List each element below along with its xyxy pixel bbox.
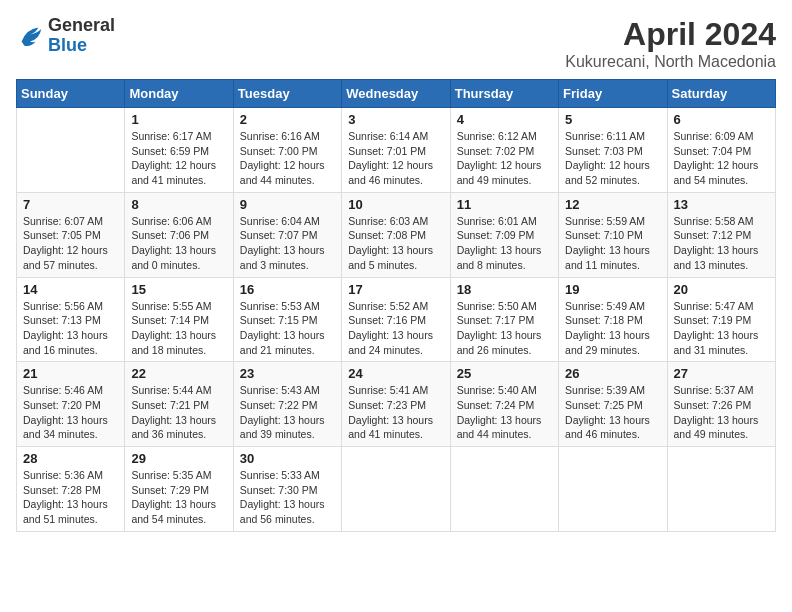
calendar-week-row: 14Sunrise: 5:56 AMSunset: 7:13 PMDayligh… bbox=[17, 277, 776, 362]
calendar-week-row: 1Sunrise: 6:17 AMSunset: 6:59 PMDaylight… bbox=[17, 108, 776, 193]
calendar-cell bbox=[342, 447, 450, 532]
calendar-cell: 26Sunrise: 5:39 AMSunset: 7:25 PMDayligh… bbox=[559, 362, 667, 447]
day-info: Sunrise: 6:03 AMSunset: 7:08 PMDaylight:… bbox=[348, 214, 443, 273]
day-info: Sunrise: 6:16 AMSunset: 7:00 PMDaylight:… bbox=[240, 129, 335, 188]
day-number: 18 bbox=[457, 282, 552, 297]
calendar-cell: 29Sunrise: 5:35 AMSunset: 7:29 PMDayligh… bbox=[125, 447, 233, 532]
day-info: Sunrise: 5:39 AMSunset: 7:25 PMDaylight:… bbox=[565, 383, 660, 442]
calendar-cell: 16Sunrise: 5:53 AMSunset: 7:15 PMDayligh… bbox=[233, 277, 341, 362]
day-number: 10 bbox=[348, 197, 443, 212]
day-info: Sunrise: 6:12 AMSunset: 7:02 PMDaylight:… bbox=[457, 129, 552, 188]
day-info: Sunrise: 5:46 AMSunset: 7:20 PMDaylight:… bbox=[23, 383, 118, 442]
calendar-cell: 12Sunrise: 5:59 AMSunset: 7:10 PMDayligh… bbox=[559, 192, 667, 277]
calendar-cell: 7Sunrise: 6:07 AMSunset: 7:05 PMDaylight… bbox=[17, 192, 125, 277]
calendar-cell: 13Sunrise: 5:58 AMSunset: 7:12 PMDayligh… bbox=[667, 192, 775, 277]
calendar-cell: 10Sunrise: 6:03 AMSunset: 7:08 PMDayligh… bbox=[342, 192, 450, 277]
calendar-cell: 14Sunrise: 5:56 AMSunset: 7:13 PMDayligh… bbox=[17, 277, 125, 362]
logo-text: General Blue bbox=[48, 16, 115, 56]
location: Kukurecani, North Macedonia bbox=[565, 53, 776, 71]
calendar-cell: 21Sunrise: 5:46 AMSunset: 7:20 PMDayligh… bbox=[17, 362, 125, 447]
column-header-wednesday: Wednesday bbox=[342, 80, 450, 108]
calendar-cell: 28Sunrise: 5:36 AMSunset: 7:28 PMDayligh… bbox=[17, 447, 125, 532]
day-number: 24 bbox=[348, 366, 443, 381]
calendar-header-row: SundayMondayTuesdayWednesdayThursdayFrid… bbox=[17, 80, 776, 108]
calendar-cell bbox=[667, 447, 775, 532]
day-number: 17 bbox=[348, 282, 443, 297]
day-info: Sunrise: 5:59 AMSunset: 7:10 PMDaylight:… bbox=[565, 214, 660, 273]
month-title: April 2024 bbox=[565, 16, 776, 53]
day-number: 27 bbox=[674, 366, 769, 381]
calendar-cell: 17Sunrise: 5:52 AMSunset: 7:16 PMDayligh… bbox=[342, 277, 450, 362]
day-info: Sunrise: 5:40 AMSunset: 7:24 PMDaylight:… bbox=[457, 383, 552, 442]
day-info: Sunrise: 5:52 AMSunset: 7:16 PMDaylight:… bbox=[348, 299, 443, 358]
column-header-monday: Monday bbox=[125, 80, 233, 108]
day-info: Sunrise: 6:09 AMSunset: 7:04 PMDaylight:… bbox=[674, 129, 769, 188]
day-number: 28 bbox=[23, 451, 118, 466]
column-header-sunday: Sunday bbox=[17, 80, 125, 108]
day-number: 25 bbox=[457, 366, 552, 381]
calendar-cell: 6Sunrise: 6:09 AMSunset: 7:04 PMDaylight… bbox=[667, 108, 775, 193]
calendar-week-row: 21Sunrise: 5:46 AMSunset: 7:20 PMDayligh… bbox=[17, 362, 776, 447]
day-number: 11 bbox=[457, 197, 552, 212]
calendar-week-row: 7Sunrise: 6:07 AMSunset: 7:05 PMDaylight… bbox=[17, 192, 776, 277]
calendar-cell: 22Sunrise: 5:44 AMSunset: 7:21 PMDayligh… bbox=[125, 362, 233, 447]
column-header-tuesday: Tuesday bbox=[233, 80, 341, 108]
calendar-cell: 20Sunrise: 5:47 AMSunset: 7:19 PMDayligh… bbox=[667, 277, 775, 362]
day-info: Sunrise: 6:17 AMSunset: 6:59 PMDaylight:… bbox=[131, 129, 226, 188]
day-number: 9 bbox=[240, 197, 335, 212]
day-info: Sunrise: 5:35 AMSunset: 7:29 PMDaylight:… bbox=[131, 468, 226, 527]
logo-general: General bbox=[48, 16, 115, 36]
day-info: Sunrise: 5:37 AMSunset: 7:26 PMDaylight:… bbox=[674, 383, 769, 442]
day-number: 19 bbox=[565, 282, 660, 297]
logo-bird-icon bbox=[16, 22, 44, 50]
calendar-cell: 3Sunrise: 6:14 AMSunset: 7:01 PMDaylight… bbox=[342, 108, 450, 193]
column-header-saturday: Saturday bbox=[667, 80, 775, 108]
calendar-cell bbox=[450, 447, 558, 532]
day-info: Sunrise: 5:49 AMSunset: 7:18 PMDaylight:… bbox=[565, 299, 660, 358]
day-number: 21 bbox=[23, 366, 118, 381]
title-area: April 2024 Kukurecani, North Macedonia bbox=[565, 16, 776, 71]
day-number: 4 bbox=[457, 112, 552, 127]
day-number: 29 bbox=[131, 451, 226, 466]
calendar-cell: 23Sunrise: 5:43 AMSunset: 7:22 PMDayligh… bbox=[233, 362, 341, 447]
day-number: 5 bbox=[565, 112, 660, 127]
calendar-week-row: 28Sunrise: 5:36 AMSunset: 7:28 PMDayligh… bbox=[17, 447, 776, 532]
calendar-cell bbox=[17, 108, 125, 193]
day-info: Sunrise: 5:41 AMSunset: 7:23 PMDaylight:… bbox=[348, 383, 443, 442]
calendar-cell: 30Sunrise: 5:33 AMSunset: 7:30 PMDayligh… bbox=[233, 447, 341, 532]
calendar-cell: 5Sunrise: 6:11 AMSunset: 7:03 PMDaylight… bbox=[559, 108, 667, 193]
day-number: 22 bbox=[131, 366, 226, 381]
logo-blue: Blue bbox=[48, 36, 115, 56]
day-number: 12 bbox=[565, 197, 660, 212]
day-info: Sunrise: 6:11 AMSunset: 7:03 PMDaylight:… bbox=[565, 129, 660, 188]
day-info: Sunrise: 5:36 AMSunset: 7:28 PMDaylight:… bbox=[23, 468, 118, 527]
calendar-table: SundayMondayTuesdayWednesdayThursdayFrid… bbox=[16, 79, 776, 532]
calendar-cell: 8Sunrise: 6:06 AMSunset: 7:06 PMDaylight… bbox=[125, 192, 233, 277]
day-number: 8 bbox=[131, 197, 226, 212]
day-info: Sunrise: 5:47 AMSunset: 7:19 PMDaylight:… bbox=[674, 299, 769, 358]
day-number: 30 bbox=[240, 451, 335, 466]
logo: General Blue bbox=[16, 16, 115, 56]
day-info: Sunrise: 5:44 AMSunset: 7:21 PMDaylight:… bbox=[131, 383, 226, 442]
day-info: Sunrise: 5:53 AMSunset: 7:15 PMDaylight:… bbox=[240, 299, 335, 358]
day-info: Sunrise: 5:55 AMSunset: 7:14 PMDaylight:… bbox=[131, 299, 226, 358]
day-number: 16 bbox=[240, 282, 335, 297]
calendar-cell: 24Sunrise: 5:41 AMSunset: 7:23 PMDayligh… bbox=[342, 362, 450, 447]
day-info: Sunrise: 6:04 AMSunset: 7:07 PMDaylight:… bbox=[240, 214, 335, 273]
day-number: 23 bbox=[240, 366, 335, 381]
calendar-cell: 9Sunrise: 6:04 AMSunset: 7:07 PMDaylight… bbox=[233, 192, 341, 277]
calendar-cell: 15Sunrise: 5:55 AMSunset: 7:14 PMDayligh… bbox=[125, 277, 233, 362]
day-info: Sunrise: 6:14 AMSunset: 7:01 PMDaylight:… bbox=[348, 129, 443, 188]
day-info: Sunrise: 6:07 AMSunset: 7:05 PMDaylight:… bbox=[23, 214, 118, 273]
day-number: 2 bbox=[240, 112, 335, 127]
day-number: 1 bbox=[131, 112, 226, 127]
column-header-thursday: Thursday bbox=[450, 80, 558, 108]
calendar-cell: 19Sunrise: 5:49 AMSunset: 7:18 PMDayligh… bbox=[559, 277, 667, 362]
day-number: 7 bbox=[23, 197, 118, 212]
day-info: Sunrise: 6:06 AMSunset: 7:06 PMDaylight:… bbox=[131, 214, 226, 273]
day-number: 15 bbox=[131, 282, 226, 297]
calendar-cell: 2Sunrise: 6:16 AMSunset: 7:00 PMDaylight… bbox=[233, 108, 341, 193]
calendar-cell: 27Sunrise: 5:37 AMSunset: 7:26 PMDayligh… bbox=[667, 362, 775, 447]
calendar-cell: 25Sunrise: 5:40 AMSunset: 7:24 PMDayligh… bbox=[450, 362, 558, 447]
page-header: General Blue April 2024 Kukurecani, Nort… bbox=[16, 16, 776, 71]
